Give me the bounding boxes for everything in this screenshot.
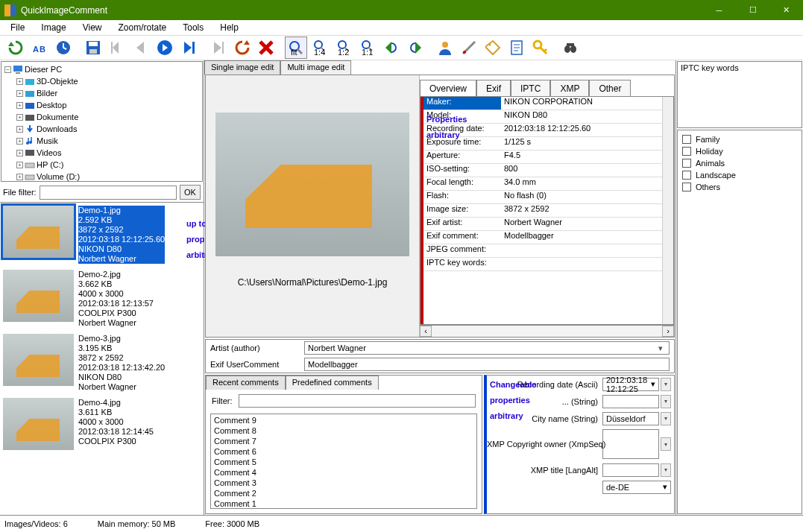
list-item[interactable]: Comment 1 xyxy=(214,499,473,509)
checkbox-row[interactable]: Others xyxy=(682,181,797,193)
expand-icon[interactable]: + xyxy=(16,78,23,85)
prop-input[interactable]: 2012:03:18 12:12:25▾ xyxy=(602,378,659,391)
stepper[interactable]: ▾ xyxy=(661,412,671,425)
comment-input[interactable]: Modellbagger xyxy=(304,358,670,371)
undo-icon[interactable] xyxy=(4,37,27,59)
thumbnail-item[interactable]: Demo-3.jpg3.195 KB3872 x 25922012:03:18 … xyxy=(0,331,204,395)
checkbox-row[interactable]: Animals xyxy=(682,157,797,169)
checkbox-row[interactable]: Holiday xyxy=(682,145,797,157)
tab-recent-comments[interactable]: Recent comments xyxy=(206,376,286,390)
rotate-left-icon[interactable] xyxy=(380,37,403,59)
tree-item[interactable]: 3D-Objekte xyxy=(37,77,78,86)
user-icon[interactable] xyxy=(434,37,456,59)
thumbnail-item[interactable]: Demo-1.jpg2.592 KB3872 x 25922012:03:18 … xyxy=(0,203,204,267)
properties-grid[interactable]: Maker:NIKON CORPORATION Model:NIKON D80 … xyxy=(421,97,662,324)
list-item[interactable]: Comment 7 xyxy=(214,437,473,447)
first-icon[interactable] xyxy=(106,37,128,59)
thumbnail-list[interactable]: Demo-1.jpg2.592 KB3872 x 25922012:03:18 … xyxy=(0,202,204,515)
minimize-button[interactable]: ─ xyxy=(702,0,736,20)
list-item[interactable]: Comment 3 xyxy=(214,478,473,489)
prev-icon[interactable] xyxy=(130,37,152,59)
key-icon[interactable] xyxy=(529,37,552,59)
checkbox[interactable] xyxy=(682,159,691,168)
file-filter-ok[interactable]: OK xyxy=(180,185,201,200)
tab-overview[interactable]: Overview xyxy=(420,80,476,96)
checkbox[interactable] xyxy=(682,171,691,180)
scrollbar-vertical[interactable] xyxy=(662,97,673,324)
menu-file[interactable]: File xyxy=(10,22,25,33)
checkbox-row[interactable]: Family xyxy=(682,133,797,145)
text-icon[interactable]: AB xyxy=(28,37,51,59)
tree-item[interactable]: Downloads xyxy=(37,124,77,133)
tag-icon[interactable] xyxy=(482,37,504,59)
tab-other[interactable]: Other xyxy=(589,80,631,96)
checkbox[interactable] xyxy=(682,135,691,144)
chevron-down-icon[interactable]: ▾ xyxy=(663,482,667,492)
menu-tools[interactable]: Tools xyxy=(183,22,204,33)
tree-item[interactable]: HP (C:) xyxy=(37,160,63,169)
settings-icon[interactable] xyxy=(458,37,480,59)
tree-item[interactable]: Bilder xyxy=(37,89,57,98)
goto-icon[interactable] xyxy=(207,37,230,59)
stepper[interactable]: ▾ xyxy=(661,378,671,391)
tree-item[interactable]: Musik xyxy=(37,136,58,145)
collapse-icon[interactable]: − xyxy=(4,66,11,73)
list-item[interactable]: Comment 4 xyxy=(214,468,473,478)
next-icon[interactable] xyxy=(154,37,176,59)
chevron-down-icon[interactable]: ▾ xyxy=(651,379,655,389)
stepper[interactable]: ▾ xyxy=(661,437,671,451)
list-item[interactable]: Comment 5 xyxy=(214,457,473,468)
delete-icon[interactable] xyxy=(255,37,277,59)
chevron-down-icon[interactable]: ▾ xyxy=(655,343,666,353)
list-item[interactable]: Comment 2 xyxy=(214,489,473,499)
tab-predefined-comments[interactable]: Predefined comments xyxy=(286,376,379,390)
tab-exif[interactable]: Exif xyxy=(476,80,511,96)
zoom-12-icon[interactable]: 1:2 xyxy=(333,37,355,59)
artist-input[interactable]: Norbert Wagner▾ xyxy=(304,341,670,355)
tree-item[interactable]: Dokumente xyxy=(37,113,78,121)
document-icon[interactable] xyxy=(506,37,528,59)
tree-item[interactable]: Desktop xyxy=(37,101,66,110)
thumbnail-item[interactable]: Demo-4.jpg3.611 KB4000 x 30002012:03:18 … xyxy=(0,395,204,453)
tab-multi-edit[interactable]: Multi image edit xyxy=(280,60,351,75)
checkbox-row[interactable]: Landscape xyxy=(682,169,797,181)
zoom-11-icon[interactable]: 1:1 xyxy=(356,37,379,59)
comment-list[interactable]: Comment 9 Comment 8 Comment 7 Comment 6 … xyxy=(210,414,477,509)
checkbox[interactable] xyxy=(682,147,691,156)
binoculars-icon[interactable] xyxy=(559,37,582,59)
thumbnail-item[interactable]: Demo-2.jpg3.662 KB4000 x 30002012:03:18 … xyxy=(0,267,204,331)
save-icon[interactable] xyxy=(82,37,104,59)
zoom-fit-icon[interactable]: fit xyxy=(285,37,307,59)
zoom-14-icon[interactable]: 1:4 xyxy=(309,37,331,59)
maximize-button[interactable]: ☐ xyxy=(736,0,769,20)
prop-input[interactable] xyxy=(602,395,659,408)
prop-input[interactable]: Düsseldorf xyxy=(602,412,659,425)
menu-view[interactable]: View xyxy=(83,22,102,33)
clock-icon[interactable] xyxy=(52,37,75,59)
menu-help[interactable]: Help xyxy=(220,22,239,33)
tab-single-edit[interactable]: Single image edit xyxy=(204,60,280,75)
rotate-right-icon[interactable] xyxy=(404,37,426,59)
tree-item[interactable]: Videos xyxy=(37,148,61,157)
folder-tree[interactable]: −Dieser PC +3D-Objekte +Bilder +Desktop … xyxy=(1,61,203,182)
stepper[interactable]: ▾ xyxy=(661,463,671,477)
menu-image[interactable]: Image xyxy=(41,22,66,33)
close-button[interactable]: ✕ xyxy=(769,0,803,20)
tree-item[interactable]: Volume (D:) xyxy=(37,172,80,181)
checkbox[interactable] xyxy=(682,183,691,191)
stepper[interactable]: ▾ xyxy=(661,395,671,408)
file-filter-input[interactable] xyxy=(40,186,177,200)
prop-input[interactable]: de-DE▾ xyxy=(602,481,671,494)
list-item[interactable]: Comment 9 xyxy=(214,416,473,426)
list-item[interactable]: Comment 8 xyxy=(214,426,473,437)
comment-filter-input[interactable] xyxy=(239,394,476,408)
prop-input[interactable] xyxy=(602,463,659,477)
scrollbar-horizontal[interactable]: ‹› xyxy=(420,325,674,337)
menu-zoom[interactable]: Zoom/rotate xyxy=(119,22,167,33)
prop-input[interactable] xyxy=(602,429,659,459)
list-item[interactable]: Comment 6 xyxy=(214,447,473,457)
tab-iptc[interactable]: IPTC xyxy=(511,80,550,96)
tab-xmp[interactable]: XMP xyxy=(550,80,589,96)
reload-icon[interactable] xyxy=(231,37,254,59)
tree-root[interactable]: Dieser PC xyxy=(25,65,62,74)
